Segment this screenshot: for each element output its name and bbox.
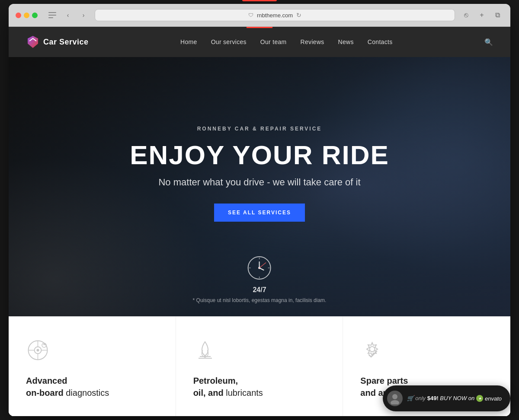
- logo-link[interactable]: Car Service: [26, 35, 89, 49]
- address-bar[interactable]: 🛡 rnbtheme.com ↻: [95, 9, 455, 21]
- nav-link-reviews[interactable]: Reviews: [301, 38, 324, 45]
- back-button[interactable]: ‹: [62, 9, 74, 21]
- new-tab-button[interactable]: +: [476, 9, 488, 21]
- cta-button[interactable]: SEE ALL SERVICES: [214, 204, 305, 222]
- svg-point-8: [37, 349, 39, 352]
- envato-logo: ✦: [476, 395, 483, 402]
- tabs-button[interactable]: ⧉: [491, 9, 503, 21]
- buy-avatar: [387, 391, 403, 406]
- clock-gauge-icon: [247, 255, 272, 281]
- buy-only-text: only: [415, 395, 426, 401]
- search-icon[interactable]: 🔍: [484, 38, 493, 46]
- nav-link-our-services[interactable]: Our services: [211, 38, 247, 45]
- sidebar-toggle[interactable]: [46, 9, 58, 21]
- hero-disclaimer: * Quisque ut nisl lobortis, egestas magn…: [193, 297, 327, 303]
- logo-icon: [26, 35, 40, 49]
- service-icon-2: [360, 338, 386, 364]
- service-title-0: Advancedon-board diagnostics: [26, 375, 158, 399]
- nav-link-our-team[interactable]: Our team: [260, 38, 287, 45]
- buy-banner[interactable]: 🛒 only $49! BUY NOW on ✦ envato: [383, 385, 510, 411]
- cart-icon: 🛒: [407, 395, 414, 401]
- close-button[interactable]: [16, 13, 21, 18]
- nav-link-home[interactable]: Home: [180, 38, 197, 45]
- envato-icon: ✦ envato: [476, 395, 502, 402]
- availability-label: 24/7: [193, 286, 327, 294]
- hero-description: No matter what you drive - we will take …: [130, 177, 389, 188]
- share-button[interactable]: ⎋: [460, 9, 472, 21]
- buy-text: 🛒 only $49! BUY NOW on ✦ envato: [407, 395, 502, 402]
- browser-controls: ‹ ›: [46, 9, 90, 21]
- service-icon-0: [26, 338, 52, 364]
- reload-button[interactable]: ↻: [296, 12, 301, 19]
- hero-subtitle: RONNEBY CAR & REPAIR SERVICE: [130, 126, 389, 132]
- logo-text: Car Service: [43, 38, 89, 47]
- minimize-button[interactable]: [24, 13, 29, 18]
- hero-section: RONNEBY CAR & REPAIR SERVICE ENJOY YOUR …: [9, 57, 510, 316]
- nav-link-contacts[interactable]: Contacts: [368, 38, 393, 45]
- website-content: Car Service HomeOur servicesOur teamRevi…: [9, 27, 510, 416]
- browser-window: ‹ › 🛡 rnbtheme.com ↻ ⎋ + ⧉: [9, 4, 510, 416]
- nav-link-news[interactable]: News: [338, 38, 354, 45]
- svg-point-15: [392, 394, 397, 399]
- buy-now-text: BUY NOW: [440, 395, 468, 401]
- forward-button[interactable]: ›: [77, 9, 90, 21]
- hero-content: RONNEBY CAR & REPAIR SERVICE ENJOY YOUR …: [121, 126, 398, 222]
- buy-on-text: on: [468, 395, 474, 401]
- buy-price: $49!: [427, 395, 439, 401]
- nav-links: HomeOur servicesOur teamReviewsNewsConta…: [180, 38, 392, 46]
- service-title-1: Petroleum,oil, and lubricants: [193, 375, 326, 399]
- hero-title: ENJOY YOUR RIDE: [130, 140, 389, 170]
- maximize-button[interactable]: [32, 13, 38, 18]
- service-icon-1: [193, 338, 219, 364]
- envato-label: envato: [485, 395, 502, 402]
- svg-point-16: [391, 400, 399, 404]
- url-text: rnbtheme.com: [257, 12, 293, 19]
- traffic-lights: [16, 13, 38, 18]
- service-card-1: Petroleum,oil, and lubricants: [176, 317, 343, 416]
- browser-titlebar: ‹ › 🛡 rnbtheme.com ↻ ⎋ + ⧉: [9, 4, 510, 27]
- main-nav: Car Service HomeOur servicesOur teamRevi…: [9, 27, 510, 57]
- svg-point-14: [370, 347, 375, 352]
- service-card-0: Advancedon-board diagnostics: [9, 317, 176, 416]
- hero-bottom: 24/7 * Quisque ut nisl lobortis, egestas…: [193, 255, 327, 303]
- browser-actions: ⎋ + ⧉: [460, 9, 503, 21]
- shield-icon: 🛡: [248, 12, 253, 18]
